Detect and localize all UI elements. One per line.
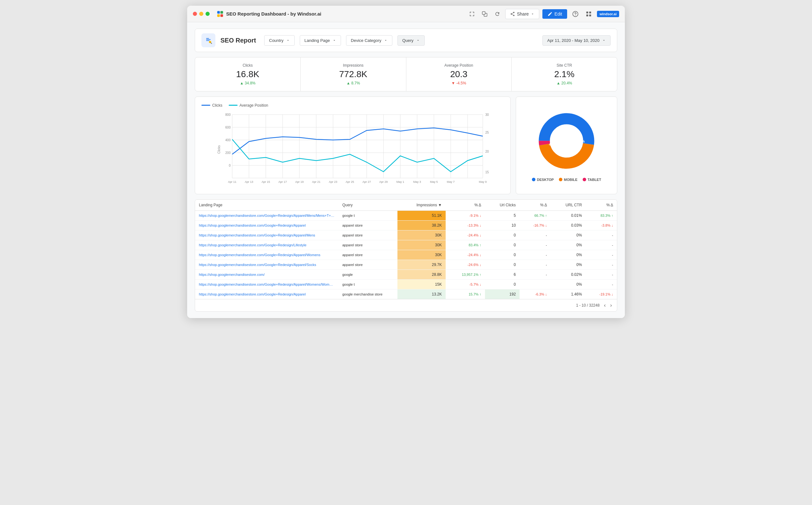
chevron-down-country bbox=[286, 38, 290, 42]
filter-country[interactable]: Country bbox=[264, 35, 295, 46]
date-range-picker[interactable]: Apr 11, 2020 - May 10, 2020 bbox=[542, 35, 611, 46]
cell-query: apparel store bbox=[338, 230, 397, 240]
cell-pct-delta-imp: 15.7% ↑ bbox=[446, 289, 485, 299]
next-page-btn[interactable]: › bbox=[610, 303, 612, 308]
cell-impressions: 29.7K bbox=[397, 260, 446, 270]
report-icon bbox=[201, 33, 215, 47]
cell-pct-delta-imp: -9.1% ↓ bbox=[446, 210, 485, 220]
table-header: Landing Page Query Impressions ▼ % Δ Url bbox=[195, 200, 617, 211]
metric-impressions-label: Impressions bbox=[343, 63, 363, 67]
cell-pct-delta-imp: 83.4% ↑ bbox=[446, 240, 485, 250]
legend-desktop: DESKTOP bbox=[532, 178, 554, 182]
cell-landing-page: https://shop.googlemerchandisestore.com/… bbox=[195, 210, 338, 220]
dot-desktop bbox=[532, 178, 535, 181]
filter-query[interactable]: Query bbox=[397, 35, 425, 46]
cell-impressions: 30K bbox=[397, 240, 446, 250]
header-row: SEO Report Country Landing Page Device C… bbox=[195, 29, 617, 52]
cell-impressions: 51.1K bbox=[397, 210, 446, 220]
cell-pct-delta-imp: -24.6% ↓ bbox=[446, 260, 485, 270]
edit-button[interactable]: Edit bbox=[542, 9, 567, 19]
cell-pct-delta-clicks: -6.3% ↓ bbox=[520, 289, 551, 299]
share-button[interactable]: Share bbox=[505, 9, 539, 19]
filter-device-category[interactable]: Device Category bbox=[346, 35, 392, 46]
cell-url-clicks: 6 bbox=[485, 270, 520, 279]
svg-text:45.1%: 45.1% bbox=[549, 143, 559, 146]
cell-pct-delta-ctr: - bbox=[586, 260, 617, 270]
svg-text:Apr 17: Apr 17 bbox=[278, 180, 287, 183]
copy-icon-btn[interactable] bbox=[480, 9, 489, 19]
col-pct-delta-ctr: % Δ bbox=[586, 200, 617, 211]
table-row: https://shop.googlemerchandisestore.com/… bbox=[195, 260, 617, 270]
metric-site-ctr-value: 2.1% bbox=[554, 69, 574, 80]
cell-impressions: 30K bbox=[397, 230, 446, 240]
svg-rect-7 bbox=[586, 11, 588, 13]
cell-pct-delta-clicks: - bbox=[520, 230, 551, 240]
cell-url-clicks: 0 bbox=[485, 240, 520, 250]
svg-rect-3 bbox=[221, 14, 223, 16]
chevron-down-device bbox=[384, 38, 387, 42]
cell-pct-delta-ctr: -19.1% ↓ bbox=[586, 289, 617, 299]
svg-rect-9 bbox=[586, 14, 588, 16]
cell-landing-page: https://shop.googlemerchandisestore.com/… bbox=[195, 289, 338, 299]
svg-text:Apr 27: Apr 27 bbox=[362, 180, 371, 183]
cell-pct-delta-ctr: - bbox=[586, 270, 617, 279]
svg-text:25: 25 bbox=[485, 131, 489, 134]
svg-text:Apr 21: Apr 21 bbox=[312, 180, 321, 183]
col-pct-delta-imp: % Δ bbox=[446, 200, 485, 211]
refresh-icon bbox=[495, 11, 500, 17]
cell-pct-delta-clicks: - bbox=[520, 260, 551, 270]
cell-pct-delta-ctr: -3.8% ↓ bbox=[586, 220, 617, 230]
chevron-down-landing bbox=[332, 38, 336, 42]
cell-url-ctr: 0.03% bbox=[551, 220, 585, 230]
legend-mobile-label: MOBILE bbox=[564, 178, 578, 182]
donut-chart-card: 52.2% 45.1% DESKTOP MOBILE TA bbox=[516, 97, 617, 194]
table-row: https://shop.googlemerchandisestore.com/… bbox=[195, 230, 617, 240]
cell-pct-delta-imp: 13,957.1% ↑ bbox=[446, 270, 485, 279]
svg-text:20: 20 bbox=[485, 150, 489, 153]
edit-icon bbox=[547, 11, 553, 16]
col-url-ctr: URL CTR bbox=[551, 200, 585, 211]
windsor-logo: windsor.ai bbox=[597, 11, 619, 17]
fullscreen-btn[interactable] bbox=[206, 12, 210, 16]
title-bar: SEO Reporting Dashboard - by Windsor.ai … bbox=[187, 6, 625, 22]
metric-impressions: Impressions 772.8K ▲ 8.7% bbox=[301, 57, 406, 91]
cell-pct-delta-ctr: - bbox=[586, 230, 617, 240]
minimize-btn[interactable] bbox=[199, 12, 203, 16]
cell-url-clicks: 0 bbox=[485, 230, 520, 240]
cell-pct-delta-ctr: - bbox=[586, 279, 617, 289]
prev-page-btn[interactable]: ‹ bbox=[604, 303, 605, 308]
cell-url-ctr: 0.01% bbox=[551, 210, 585, 220]
fullscreen-icon-btn[interactable] bbox=[467, 9, 477, 19]
report-title: SEO Report bbox=[221, 37, 256, 44]
svg-text:Apr 13: Apr 13 bbox=[245, 180, 253, 183]
filter-landing-page[interactable]: Landing Page bbox=[300, 35, 341, 46]
cell-query: apparel store bbox=[338, 240, 397, 250]
fullscreen-icon bbox=[469, 11, 475, 17]
chart-svg: 800 600 400 200 0 Clicks 30 25 20 15 bbox=[201, 112, 504, 188]
legend-avg-pos-label: Average Position bbox=[240, 103, 268, 108]
grid-icon bbox=[585, 11, 592, 17]
col-impressions[interactable]: Impressions ▼ bbox=[397, 200, 446, 211]
metric-clicks-value: 16.8K bbox=[236, 69, 259, 80]
cell-pct-delta-clicks: 66.7% ↑ bbox=[520, 210, 551, 220]
svg-text:May 9: May 9 bbox=[479, 180, 487, 183]
legend-mobile: MOBILE bbox=[559, 178, 578, 182]
metric-avg-position: Average Position 20.3 ▼ -4.5% bbox=[406, 57, 512, 91]
metric-avg-position-change: ▼ -4.5% bbox=[451, 81, 466, 86]
svg-rect-8 bbox=[589, 11, 591, 13]
grid-icon-btn[interactable] bbox=[584, 9, 594, 19]
metric-avg-position-label: Average Position bbox=[444, 63, 473, 67]
help-icon-btn[interactable] bbox=[570, 9, 580, 19]
refresh-icon-btn[interactable] bbox=[493, 9, 502, 19]
cell-pct-delta-imp: -24.4% ↓ bbox=[446, 250, 485, 260]
table-body: https://shop.googlemerchandisestore.com/… bbox=[195, 210, 617, 299]
cell-query: google t bbox=[338, 279, 397, 289]
svg-rect-2 bbox=[217, 14, 220, 16]
svg-text:Apr 15: Apr 15 bbox=[262, 180, 270, 183]
legend-avg-position: Average Position bbox=[229, 103, 268, 108]
svg-text:May 7: May 7 bbox=[447, 180, 455, 183]
title-bar-actions: Share Edit windsor.ai bbox=[467, 9, 619, 19]
cell-url-ctr: 0.02% bbox=[551, 270, 585, 279]
close-btn[interactable] bbox=[193, 12, 197, 16]
cell-impressions: 13.2K bbox=[397, 289, 446, 299]
